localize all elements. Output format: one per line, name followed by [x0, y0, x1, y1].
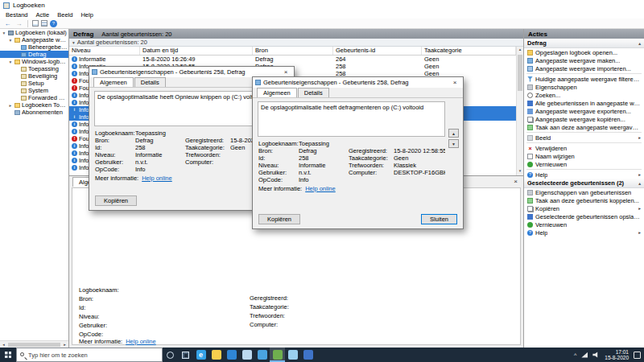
twisty-icon[interactable]: ▾ [8, 60, 13, 64]
export-list-icon[interactable] [41, 20, 47, 27]
menu-bestand[interactable]: Bestand [2, 11, 32, 19]
action-alle-gebeurtenissen-in-aangepaste-weergave-opslaan-als[interactable]: Alle gebeurtenissen in aangepaste weerga… [524, 99, 644, 107]
table-row[interactable]: iInformatie15-8-2020 16:26:49Defrag264Ge… [69, 56, 516, 63]
action-label: Zoeken... [535, 92, 560, 99]
collapse-icon[interactable]: ▴ [638, 41, 641, 46]
twisty-icon[interactable]: ▾ [8, 38, 13, 43]
twisty-icon[interactable]: ▸ [8, 103, 13, 108]
action-eigenschappen-van-gebeurtenissen[interactable]: Eigenschappen van gebeurtenissen [524, 188, 644, 196]
taskbar-app-photos[interactable] [254, 348, 270, 362]
action-huidige-aangepaste-weergave-filteren[interactable]: Huidige aangepaste weergave filteren... [524, 75, 644, 83]
column-bron[interactable]: Bron [253, 47, 333, 55]
taskbar-app-store[interactable] [224, 348, 239, 362]
action-beeld[interactable]: Beeld▸ [524, 134, 644, 142]
tree-item-logboeken-toepassingen-en[interactable]: ▸Logboeken Toepassingen en [0, 101, 68, 109]
cortana-button[interactable] [163, 348, 178, 362]
tree-item-forwarded-events[interactable]: Forwarded Events [0, 94, 68, 101]
column-datum-en-tijd[interactable]: Datum en tijd [140, 47, 253, 55]
taskbar-app-file-explorer[interactable] [208, 348, 224, 362]
close-icon[interactable] [449, 79, 460, 86]
tree-item-beveiliging[interactable]: Beveiliging [0, 72, 68, 80]
help-online-link[interactable]: Help online [126, 338, 156, 345]
tree-horizontal-scrollbar[interactable] [0, 340, 68, 348]
action-vernieuwen[interactable]: Vernieuwen [524, 220, 644, 228]
tree-item-beheergebeurtenissen[interactable]: Beheergebeurtenissen [0, 43, 68, 51]
scroll-thumb[interactable] [518, 55, 522, 91]
action-section-geselecteerde-gebeurtenissen-2[interactable]: Geselecteerde gebeurtenissen (2)▴ [524, 179, 644, 188]
help-icon: ? [527, 172, 533, 178]
copy-button[interactable]: Kopiëren [95, 195, 137, 206]
action-geselecteerde-gebeurtenissen-opslaan[interactable]: Geselecteerde gebeurtenissen opslaan... [524, 212, 644, 220]
tree-item-aangepaste-weergaven[interactable]: ▾Aangepaste weergaven [0, 36, 68, 43]
menu-help[interactable]: Help [76, 11, 97, 19]
taskbar-search[interactable] [16, 348, 163, 362]
tab-algemeen[interactable]: Algemeen [93, 77, 134, 87]
action-taak-aan-deze-aangepaste-weergave-koppelen[interactable]: Taak aan deze aangepaste weergave koppel… [524, 123, 644, 131]
collapse-icon[interactable]: ▴ [638, 181, 641, 186]
action-taak-aan-deze-gebeurtenis-koppelen[interactable]: Taak aan deze gebeurtenis koppelen... [524, 196, 644, 204]
action-zoeken[interactable]: Zoeken... [524, 91, 644, 99]
task-view-button[interactable] [178, 348, 193, 362]
column-taakcategorie[interactable]: Taakcategorie [422, 47, 516, 55]
scroll-up-arrow-icon[interactable] [517, 47, 523, 54]
action-aangepaste-weergave-kopi-ren[interactable]: Aangepaste weergave kopiëren... [524, 115, 644, 123]
action-center-icon[interactable] [634, 352, 641, 359]
menu-actie[interactable]: Actie [32, 11, 54, 19]
taskbar-clock[interactable]: 17:01 15-8-2020 [605, 349, 629, 361]
taskbar-app-settings[interactable] [285, 348, 300, 362]
tab-algemeen[interactable]: Algemeen [257, 88, 297, 97]
tree-item-setup[interactable]: Setup [0, 80, 68, 87]
close-preview-icon[interactable] [511, 178, 520, 186]
action-aangepaste-weergave-maken[interactable]: Aangepaste weergave maken... [524, 56, 644, 64]
action-eigenschappen[interactable]: Eigenschappen [524, 83, 644, 91]
volume-icon[interactable] [592, 352, 600, 358]
action-kopi-ren[interactable]: Kopiëren▸ [524, 204, 644, 212]
tree-item-defrag[interactable]: Defrag [0, 51, 68, 58]
scroll-right-arrow-icon[interactable] [61, 342, 68, 347]
action-aangepaste-weergave-importeren[interactable]: Aangepaste weergave importeren... [524, 64, 644, 72]
scroll-down-arrow-icon[interactable] [517, 168, 523, 175]
help-online-link[interactable]: Help online [142, 175, 172, 182]
back-icon[interactable] [3, 19, 12, 28]
action-vernieuwen[interactable]: Vernieuwen [524, 160, 644, 168]
search-input[interactable] [17, 348, 162, 361]
action-naam-wijzigen[interactable]: Naam wijzigen [524, 152, 644, 160]
hidden-icons-chevron-icon[interactable] [574, 352, 576, 358]
events-vertical-scrollbar[interactable] [516, 47, 523, 175]
column-gebeurtenis-id[interactable]: Gebeurtenis-id [333, 47, 422, 55]
action-opgeslagen-logboek-openen[interactable]: Opgeslagen logboek openen... [524, 48, 644, 56]
copy-button[interactable]: Kopiëren [258, 214, 300, 224]
action-help[interactable]: ?Help▸ [524, 228, 644, 237]
tree-item-abonnementen[interactable]: Abonnementen [0, 109, 68, 116]
help-online-link[interactable]: Help online [305, 185, 336, 192]
tab-details[interactable]: Details [298, 88, 329, 97]
twisty-icon[interactable]: ▾ [2, 31, 6, 35]
help-icon[interactable] [50, 20, 57, 27]
forward-icon[interactable] [14, 19, 23, 28]
taskbar-app-mail[interactable] [239, 348, 254, 362]
previous-event-button[interactable] [448, 129, 459, 138]
taskbar-app-event-viewer[interactable] [270, 348, 285, 362]
taskbar-app-edge[interactable]: e [193, 348, 208, 362]
tree-item-windows-logboeken[interactable]: ▾Windows-logboeken [0, 58, 68, 65]
next-event-button[interactable] [448, 139, 459, 148]
tab-details[interactable]: Details [134, 77, 166, 87]
action-verwijderen[interactable]: ×Verwijderen [524, 144, 644, 152]
column-niveau[interactable]: Niveau [69, 47, 140, 55]
tree-item-toepassing[interactable]: Toepassing [0, 65, 68, 72]
start-button[interactable] [0, 348, 16, 362]
action-section-defrag[interactable]: Defrag▴ [524, 39, 644, 48]
action-aangepaste-weergave-exporteren[interactable]: Aangepaste weergave exporteren... [524, 107, 644, 115]
action-help[interactable]: ?Help▸ [524, 171, 644, 179]
scroll-thumb[interactable] [8, 343, 60, 347]
scroll-left-arrow-icon[interactable] [0, 342, 7, 347]
show-window-icon[interactable] [32, 20, 39, 27]
close-button[interactable]: Sluiten [421, 214, 457, 224]
tree-item-system[interactable]: System [0, 87, 68, 94]
taskbar-app-security[interactable] [300, 348, 316, 362]
tree-item-logboeken-lokaal[interactable]: ▾Logboeken (lokaal) [0, 29, 68, 36]
close-icon[interactable] [280, 68, 291, 76]
menu-beeld[interactable]: Beeld [53, 11, 76, 19]
network-icon[interactable] [581, 352, 588, 358]
collapse-group-icon[interactable] [72, 39, 75, 46]
